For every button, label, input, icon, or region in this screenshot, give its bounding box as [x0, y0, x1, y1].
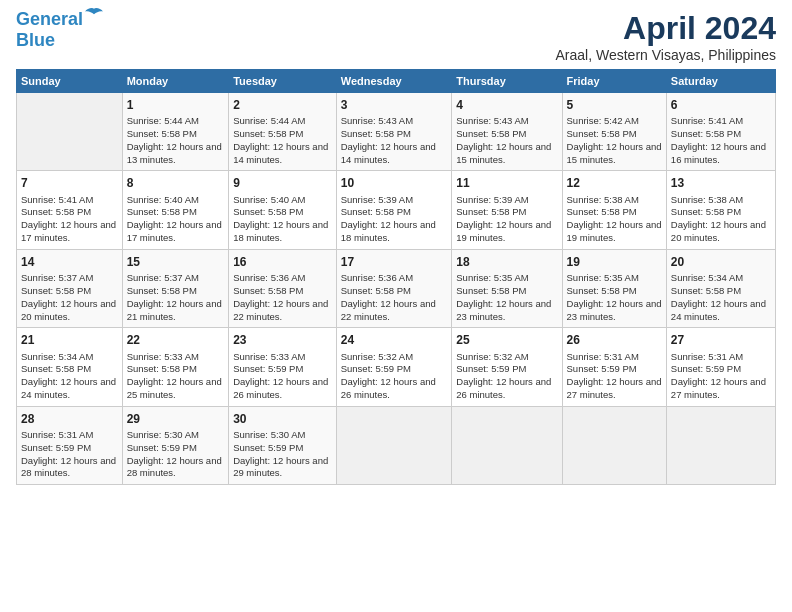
daylight-text: Daylight: 12 hours and 13 minutes.	[127, 141, 225, 167]
sunset-text: Sunset: 5:58 PM	[671, 128, 771, 141]
calendar-cell: 29Sunrise: 5:30 AMSunset: 5:59 PMDayligh…	[122, 406, 229, 484]
week-row: 21Sunrise: 5:34 AMSunset: 5:58 PMDayligh…	[17, 328, 776, 406]
daylight-text: Daylight: 12 hours and 19 minutes.	[456, 219, 557, 245]
sunset-text: Sunset: 5:58 PM	[567, 128, 662, 141]
calendar-cell: 10Sunrise: 5:39 AMSunset: 5:58 PMDayligh…	[336, 171, 452, 249]
sunrise-text: Sunrise: 5:31 AM	[21, 429, 118, 442]
sunset-text: Sunset: 5:58 PM	[21, 285, 118, 298]
day-number: 5	[567, 97, 662, 113]
sunrise-text: Sunrise: 5:40 AM	[127, 194, 225, 207]
calendar-cell: 24Sunrise: 5:32 AMSunset: 5:59 PMDayligh…	[336, 328, 452, 406]
calendar-cell: 26Sunrise: 5:31 AMSunset: 5:59 PMDayligh…	[562, 328, 666, 406]
sunset-text: Sunset: 5:58 PM	[341, 285, 448, 298]
sunset-text: Sunset: 5:58 PM	[456, 285, 557, 298]
sunrise-text: Sunrise: 5:34 AM	[671, 272, 771, 285]
sunset-text: Sunset: 5:58 PM	[671, 206, 771, 219]
daylight-text: Daylight: 12 hours and 21 minutes.	[127, 298, 225, 324]
logo-line1: General	[16, 9, 83, 29]
calendar-cell: 8Sunrise: 5:40 AMSunset: 5:58 PMDaylight…	[122, 171, 229, 249]
daylight-text: Daylight: 12 hours and 28 minutes.	[21, 455, 118, 481]
sunset-text: Sunset: 5:59 PM	[233, 363, 332, 376]
calendar-cell	[336, 406, 452, 484]
sunrise-text: Sunrise: 5:31 AM	[671, 351, 771, 364]
daylight-text: Daylight: 12 hours and 27 minutes.	[671, 376, 771, 402]
sunrise-text: Sunrise: 5:43 AM	[341, 115, 448, 128]
daylight-text: Daylight: 12 hours and 28 minutes.	[127, 455, 225, 481]
week-row: 14Sunrise: 5:37 AMSunset: 5:58 PMDayligh…	[17, 249, 776, 327]
day-number: 9	[233, 175, 332, 191]
sunset-text: Sunset: 5:58 PM	[233, 285, 332, 298]
sunset-text: Sunset: 5:59 PM	[671, 363, 771, 376]
sunset-text: Sunset: 5:58 PM	[127, 363, 225, 376]
daylight-text: Daylight: 12 hours and 26 minutes.	[456, 376, 557, 402]
sunrise-text: Sunrise: 5:36 AM	[341, 272, 448, 285]
sunset-text: Sunset: 5:58 PM	[341, 206, 448, 219]
sunrise-text: Sunrise: 5:34 AM	[21, 351, 118, 364]
calendar-cell: 25Sunrise: 5:32 AMSunset: 5:59 PMDayligh…	[452, 328, 562, 406]
header-day: Friday	[562, 70, 666, 93]
sunset-text: Sunset: 5:58 PM	[341, 128, 448, 141]
sunset-text: Sunset: 5:58 PM	[127, 206, 225, 219]
daylight-text: Daylight: 12 hours and 18 minutes.	[233, 219, 332, 245]
day-number: 17	[341, 254, 448, 270]
calendar-cell: 6Sunrise: 5:41 AMSunset: 5:58 PMDaylight…	[666, 93, 775, 171]
daylight-text: Daylight: 12 hours and 19 minutes.	[567, 219, 662, 245]
calendar-cell: 13Sunrise: 5:38 AMSunset: 5:58 PMDayligh…	[666, 171, 775, 249]
header-day: Saturday	[666, 70, 775, 93]
daylight-text: Daylight: 12 hours and 26 minutes.	[233, 376, 332, 402]
day-number: 12	[567, 175, 662, 191]
day-number: 27	[671, 332, 771, 348]
calendar-cell	[17, 93, 123, 171]
logo: General Blue	[16, 10, 103, 51]
calendar-cell: 15Sunrise: 5:37 AMSunset: 5:58 PMDayligh…	[122, 249, 229, 327]
daylight-text: Daylight: 12 hours and 23 minutes.	[456, 298, 557, 324]
sunrise-text: Sunrise: 5:41 AM	[21, 194, 118, 207]
sunrise-text: Sunrise: 5:39 AM	[456, 194, 557, 207]
sunset-text: Sunset: 5:58 PM	[567, 206, 662, 219]
header-row: SundayMondayTuesdayWednesdayThursdayFrid…	[17, 70, 776, 93]
sunset-text: Sunset: 5:59 PM	[456, 363, 557, 376]
sunset-text: Sunset: 5:58 PM	[127, 128, 225, 141]
calendar-cell: 7Sunrise: 5:41 AMSunset: 5:58 PMDaylight…	[17, 171, 123, 249]
daylight-text: Daylight: 12 hours and 17 minutes.	[127, 219, 225, 245]
day-number: 11	[456, 175, 557, 191]
daylight-text: Daylight: 12 hours and 20 minutes.	[671, 219, 771, 245]
subtitle: Araal, Western Visayas, Philippines	[556, 47, 776, 63]
daylight-text: Daylight: 12 hours and 27 minutes.	[567, 376, 662, 402]
sunset-text: Sunset: 5:58 PM	[567, 285, 662, 298]
calendar-cell: 12Sunrise: 5:38 AMSunset: 5:58 PMDayligh…	[562, 171, 666, 249]
day-number: 16	[233, 254, 332, 270]
week-row: 7Sunrise: 5:41 AMSunset: 5:58 PMDaylight…	[17, 171, 776, 249]
sunset-text: Sunset: 5:59 PM	[21, 442, 118, 455]
header-day: Tuesday	[229, 70, 337, 93]
sunrise-text: Sunrise: 5:44 AM	[233, 115, 332, 128]
title-block: April 2024 Araal, Western Visayas, Phili…	[556, 10, 776, 63]
logo-text: General	[16, 10, 103, 30]
week-row: 1Sunrise: 5:44 AMSunset: 5:58 PMDaylight…	[17, 93, 776, 171]
sunrise-text: Sunrise: 5:32 AM	[341, 351, 448, 364]
main-title: April 2024	[556, 10, 776, 47]
day-number: 6	[671, 97, 771, 113]
week-row: 28Sunrise: 5:31 AMSunset: 5:59 PMDayligh…	[17, 406, 776, 484]
sunset-text: Sunset: 5:58 PM	[456, 206, 557, 219]
calendar-cell: 5Sunrise: 5:42 AMSunset: 5:58 PMDaylight…	[562, 93, 666, 171]
calendar-cell	[666, 406, 775, 484]
daylight-text: Daylight: 12 hours and 15 minutes.	[456, 141, 557, 167]
sunset-text: Sunset: 5:58 PM	[233, 206, 332, 219]
sunset-text: Sunset: 5:59 PM	[127, 442, 225, 455]
day-number: 13	[671, 175, 771, 191]
calendar-cell: 11Sunrise: 5:39 AMSunset: 5:58 PMDayligh…	[452, 171, 562, 249]
sunrise-text: Sunrise: 5:32 AM	[456, 351, 557, 364]
day-number: 8	[127, 175, 225, 191]
calendar-cell: 18Sunrise: 5:35 AMSunset: 5:58 PMDayligh…	[452, 249, 562, 327]
day-number: 19	[567, 254, 662, 270]
calendar-cell: 17Sunrise: 5:36 AMSunset: 5:58 PMDayligh…	[336, 249, 452, 327]
sunrise-text: Sunrise: 5:38 AM	[567, 194, 662, 207]
sunset-text: Sunset: 5:58 PM	[671, 285, 771, 298]
header-day: Monday	[122, 70, 229, 93]
sunrise-text: Sunrise: 5:30 AM	[127, 429, 225, 442]
calendar-cell: 1Sunrise: 5:44 AMSunset: 5:58 PMDaylight…	[122, 93, 229, 171]
daylight-text: Daylight: 12 hours and 26 minutes.	[341, 376, 448, 402]
day-number: 29	[127, 411, 225, 427]
sunrise-text: Sunrise: 5:30 AM	[233, 429, 332, 442]
